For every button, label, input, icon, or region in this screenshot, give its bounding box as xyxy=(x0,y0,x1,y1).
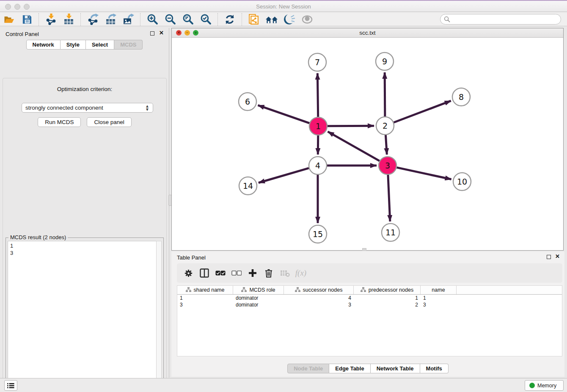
function-builder-icon: f(x) xyxy=(294,266,308,280)
zoom-in-icon[interactable] xyxy=(146,14,159,25)
close-panel-icon[interactable]: ✕ xyxy=(159,30,164,36)
new-network-from-selection-icon[interactable] xyxy=(248,14,260,25)
select-all-columns-icon[interactable] xyxy=(213,266,228,280)
table-cell[interactable]: 3 xyxy=(284,301,354,308)
table-row[interactable]: 3dominator323 xyxy=(177,301,562,308)
table-tab-node-table[interactable]: Node Table xyxy=(287,364,329,373)
toolbar-separator xyxy=(242,13,242,26)
list-icon xyxy=(7,383,14,389)
toolbar-separator xyxy=(39,13,39,26)
graph-edge-3-1[interactable] xyxy=(328,132,380,161)
table-cell[interactable]: dominator xyxy=(233,301,284,308)
column-header-successor-nodes[interactable]: successor nodes xyxy=(284,286,354,294)
save-session-icon[interactable] xyxy=(20,14,33,25)
column-header-predecessor-nodes[interactable]: predecessor nodes xyxy=(354,286,421,294)
deselect-all-columns-icon[interactable] xyxy=(229,266,244,280)
close-panel-button[interactable]: Close panel xyxy=(87,117,131,127)
table-row[interactable]: 1dominator411 xyxy=(177,295,562,301)
graph-edge-1-2[interactable] xyxy=(328,126,374,126)
table-cell[interactable]: dominator xyxy=(233,295,284,301)
graph-svg: 7968124314101511 xyxy=(172,38,563,250)
float-panel-icon[interactable] xyxy=(150,31,154,36)
criterion-select[interactable]: strongly connected component ▲▼ xyxy=(22,103,153,113)
table-cell[interactable]: 1 xyxy=(177,295,233,301)
graph-node-1[interactable]: 1 xyxy=(309,117,327,135)
graph-node-3[interactable]: 3 xyxy=(379,157,396,174)
table-tab-motifs[interactable]: Motifs xyxy=(420,364,449,373)
graph-edge-1-6[interactable] xyxy=(258,105,310,123)
network-view-titlebar[interactable]: ✕ − ＋ scc.txt xyxy=(172,28,563,38)
first-neighbors-icon[interactable] xyxy=(265,14,278,25)
graph-edge-3-10[interactable] xyxy=(397,168,451,179)
table-cell[interactable]: 4 xyxy=(284,295,354,301)
graph-edge-3-11[interactable] xyxy=(388,175,390,221)
column-header-MCDS-role[interactable]: MCDS role xyxy=(233,286,284,294)
import-table-icon[interactable] xyxy=(62,14,75,25)
import-network-icon[interactable] xyxy=(44,14,57,25)
network-canvas[interactable]: 7968124314101511 xyxy=(172,38,563,250)
zoom-fit-icon[interactable] xyxy=(182,14,194,25)
result-scrollbar[interactable] xyxy=(156,241,162,392)
graph-edge-1-7[interactable] xyxy=(317,73,318,117)
delete-column-trash-icon[interactable] xyxy=(261,266,276,280)
mcds-result-text[interactable]: 1 3 xyxy=(8,241,162,392)
column-header-shared-name[interactable]: shared name xyxy=(177,286,233,294)
graph-edge-4-14[interactable] xyxy=(259,168,309,183)
graph-node-7[interactable]: 7 xyxy=(308,53,326,71)
svg-text:9: 9 xyxy=(382,57,387,66)
table-tab-network-table[interactable]: Network Table xyxy=(371,364,420,373)
column-hierarchy-icon xyxy=(361,287,366,293)
graph-node-10[interactable]: 10 xyxy=(453,173,471,190)
svg-text:10: 10 xyxy=(457,177,467,186)
toolbar-separator xyxy=(80,13,81,26)
graph-node-9[interactable]: 9 xyxy=(376,52,394,70)
graph-node-15[interactable]: 15 xyxy=(309,225,327,243)
close-table-panel-icon[interactable]: ✕ xyxy=(555,254,560,259)
memory-button[interactable]: Memory xyxy=(525,380,564,391)
float-table-panel-icon[interactable] xyxy=(547,255,551,259)
column-header-name[interactable]: name xyxy=(421,286,457,294)
table-settings-gear-icon[interactable] xyxy=(181,266,195,280)
hide-selected-icon[interactable] xyxy=(283,14,296,25)
show-panels-list-button[interactable] xyxy=(4,380,17,391)
node-table: shared nameMCDS rolesuccessor nodesprede… xyxy=(177,285,562,356)
graph-node-11[interactable]: 11 xyxy=(382,224,399,241)
table-cell[interactable]: 1 xyxy=(421,295,457,301)
table-toolbar: f(x) xyxy=(177,263,562,283)
open-file-icon[interactable] xyxy=(3,14,15,25)
graph-edge-2-9[interactable] xyxy=(385,72,385,116)
table-cell[interactable]: 3 xyxy=(421,301,457,308)
tab-mcds[interactable]: MCDS xyxy=(114,40,143,50)
search-box[interactable] xyxy=(440,14,561,25)
tab-network[interactable]: Network xyxy=(26,40,61,50)
show-columns-icon[interactable] xyxy=(197,266,212,280)
tab-style[interactable]: Style xyxy=(61,40,86,50)
view-table-splitter-handle[interactable] xyxy=(362,248,366,251)
memory-label: Memory xyxy=(537,383,556,389)
table-cell[interactable]: 2 xyxy=(354,301,421,308)
apply-layout-icon[interactable] xyxy=(223,14,236,25)
zoom-selected-icon[interactable] xyxy=(199,14,212,25)
export-network-icon[interactable] xyxy=(86,14,99,25)
graph-node-4[interactable]: 4 xyxy=(309,157,327,174)
run-mcds-button[interactable]: Run MCDS xyxy=(38,117,81,127)
graph-node-14[interactable]: 14 xyxy=(239,177,257,195)
graph-node-8[interactable]: 8 xyxy=(452,88,470,106)
table-cell[interactable]: 3 xyxy=(177,301,233,308)
graph-node-2[interactable]: 2 xyxy=(376,117,394,135)
graph-node-6[interactable]: 6 xyxy=(239,93,256,110)
create-column-plus-icon[interactable] xyxy=(245,266,260,280)
show-all-icon[interactable] xyxy=(301,14,314,25)
column-hierarchy-icon xyxy=(186,287,191,293)
export-image-icon[interactable] xyxy=(122,14,135,25)
zoom-out-icon[interactable] xyxy=(164,14,176,25)
table-tab-edge-table[interactable]: Edge Table xyxy=(329,364,370,373)
tab-select[interactable]: Select xyxy=(86,40,114,50)
search-input[interactable] xyxy=(452,15,561,24)
table-cell[interactable]: 1 xyxy=(354,295,421,301)
export-table-icon[interactable] xyxy=(104,14,117,25)
graph-edge-2-3[interactable] xyxy=(385,135,387,155)
network-view-window: ✕ − ＋ scc.txt 7968124314101511 xyxy=(171,28,564,251)
criterion-value: strongly connected component xyxy=(25,105,103,111)
graph-edge-2-8[interactable] xyxy=(394,101,451,122)
